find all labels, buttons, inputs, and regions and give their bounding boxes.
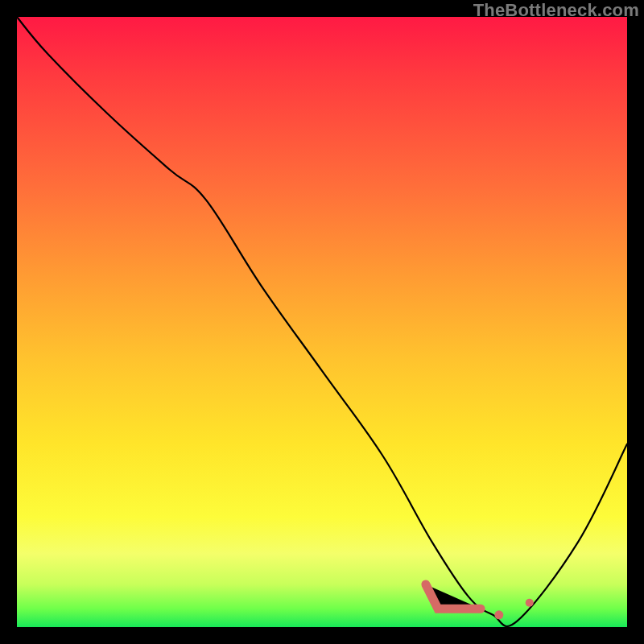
valley-dot-1 [494,610,503,619]
bottleneck-curve [17,17,627,626]
chart-svg [17,17,627,627]
chart-area [17,17,627,627]
valley-dot-2 [526,599,534,607]
valley-markers [426,584,534,619]
watermark-text: TheBottleneck.com [473,0,639,21]
valley-dash-segment [426,584,481,609]
